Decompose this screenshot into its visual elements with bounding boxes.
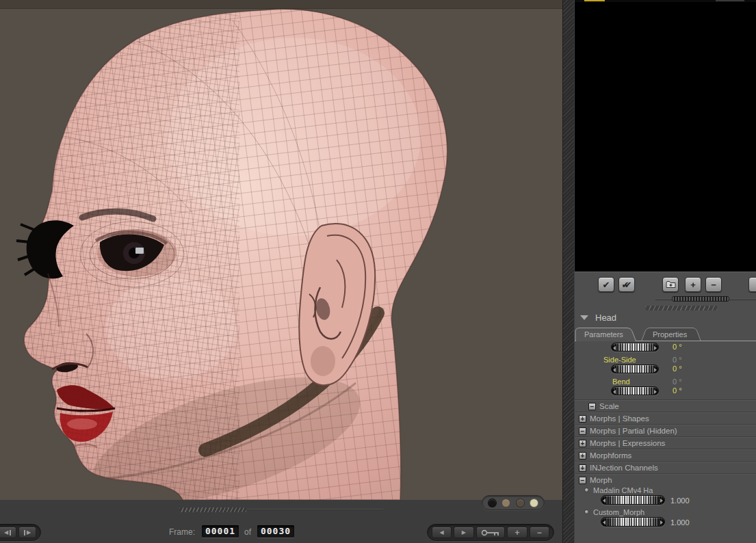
add-keyframe-button[interactable]: + — [507, 527, 527, 538]
collapse-box-icon[interactable]: − — [579, 477, 586, 484]
twist-dial-partial[interactable] — [611, 343, 659, 352]
preview-top-accent-2 — [716, 0, 744, 1]
head-model-wireframe — [0, 0, 562, 500]
side-side-rest-value: 0 ° — [673, 356, 682, 364]
actor-header: Head — [575, 309, 756, 326]
side-side-dial[interactable] — [611, 365, 659, 373]
morph-bullet-icon — [584, 488, 589, 492]
partial-dial-value[interactable]: 0 ° — [673, 343, 682, 351]
remove-item-button[interactable]: − — [705, 277, 722, 292]
group-label: Morphforms — [590, 451, 631, 460]
folder-plus-icon — [666, 280, 676, 289]
expand-box-icon[interactable]: + — [579, 464, 586, 472]
add-folder-button[interactable] — [662, 277, 679, 292]
expand-box-icon[interactable]: + — [579, 415, 586, 423]
group-row-injection-channels[interactable]: + INJection Channels — [575, 462, 756, 474]
parameters-list: 0 ° Side-Side 0 ° 0 ° Bend 0 ° 0 ° − Sca… — [575, 341, 756, 543]
bottom-divider-line — [246, 509, 383, 510]
group-label: Morphs | Expressions — [590, 439, 665, 447]
check-icon: ✔ — [603, 280, 610, 290]
side-side-label: Side-Side — [603, 356, 636, 364]
step-play-icon: ▶ — [27, 529, 31, 535]
keyframe-transport-group: ◀ ▶ + − — [427, 524, 554, 541]
apply-button[interactable]: ✔ — [598, 277, 614, 292]
bend-value[interactable]: 0 ° — [673, 386, 682, 395]
morph-custom-value[interactable]: 1.000 — [670, 518, 690, 527]
next-frame-button[interactable]: ▶ — [454, 527, 473, 538]
morph-custom-dial[interactable] — [601, 517, 665, 527]
step-bar-icon — [24, 530, 25, 535]
group-label: Morphs | Shapes — [590, 414, 649, 423]
bend-label: Bend — [612, 378, 630, 386]
background-color-swatch[interactable] — [488, 499, 497, 507]
expand-box-icon[interactable]: + — [579, 452, 586, 460]
expand-box-icon[interactable]: + — [579, 440, 586, 447]
plus-icon: + — [690, 280, 696, 290]
tab-parameters-label[interactable]: Parameters — [584, 330, 623, 339]
total-frames-field[interactable]: 00030 — [257, 525, 294, 538]
delete-keyframe-icon: − — [537, 529, 542, 536]
current-frame-field[interactable]: 00001 — [202, 525, 239, 538]
group-label: Scale — [599, 402, 619, 410]
group-row-morphs-shapes[interactable]: + Morphs | Shapes — [575, 412, 756, 425]
edit-keyframes-button[interactable] — [476, 527, 506, 538]
group-row-scale[interactable]: − Scale — [575, 400, 756, 412]
shadow-color-swatch[interactable] — [516, 499, 525, 507]
frame-label: Frame: — [169, 527, 195, 537]
group-row-morphs-expressions[interactable]: + Morphs | Expressions — [575, 437, 756, 449]
side-side-value[interactable]: 0 ° — [673, 365, 682, 373]
morph-custom-label: Custom_Morph — [593, 508, 644, 516]
collapse-triangle-icon[interactable] — [580, 315, 588, 320]
group-label: Morph — [590, 476, 612, 484]
actor-name: Head — [595, 313, 616, 323]
collapse-box-icon[interactable]: − — [588, 403, 596, 410]
previous-frame-icon: ◀ — [440, 529, 444, 535]
viewport-top-strip — [0, 0, 562, 9]
bottom-drag-handle[interactable] — [179, 507, 246, 512]
group-row-morphforms[interactable]: + Morphforms — [575, 449, 756, 462]
partial-edge-button[interactable] — [748, 277, 756, 292]
tab-properties-label[interactable]: Properties — [653, 330, 688, 339]
foreground-color-swatch[interactable] — [501, 499, 510, 507]
apply-all-button[interactable]: ✔ ✔ — [618, 277, 635, 292]
morph-madalin-value[interactable]: 1.000 — [670, 496, 690, 505]
animation-palette-toggle-group: ◀ ▶ — [0, 524, 41, 541]
skip-to-start-button[interactable]: ◀ — [0, 527, 16, 538]
minus-icon: − — [711, 280, 716, 290]
library-preview-area[interactable] — [575, 0, 756, 272]
group-row-morphs-partial[interactable]: − Morphs | Partial (Hidden) — [575, 425, 756, 437]
step-forward-button[interactable]: ▶ — [18, 527, 36, 538]
collapse-box-icon[interactable]: − — [579, 427, 586, 435]
3d-viewport[interactable] — [0, 0, 562, 500]
double-check-icon-2: ✔ — [625, 280, 632, 290]
morph-madalin-label: Madalin CMv4 Ha — [593, 486, 653, 494]
add-item-button[interactable]: + — [685, 277, 701, 292]
preview-top-sliver — [575, 0, 756, 2]
skip-start-icon: ◀ — [4, 529, 8, 535]
bend-rest-value: 0 ° — [673, 378, 682, 386]
group-label: INJection Channels — [590, 464, 658, 472]
add-keyframe-icon: + — [515, 529, 520, 536]
morph-bullet-icon — [584, 509, 589, 514]
palette-tabs: Parameters Properties — [575, 326, 756, 341]
key-icon — [481, 529, 500, 536]
library-button-row: ✔ ✔ ✔ + − — [575, 272, 756, 297]
preview-top-accent — [584, 0, 605, 1]
parameters-palette: ✔ ✔ ✔ + − — [575, 0, 756, 543]
delete-keyframe-button[interactable]: − — [530, 527, 549, 538]
previous-frame-button[interactable]: ◀ — [432, 527, 452, 538]
viewport-color-swatches — [482, 495, 545, 510]
morph-madalin-dial[interactable] — [601, 495, 665, 505]
panel-sash-drum[interactable] — [672, 296, 729, 302]
panel-splitter-handle[interactable] — [562, 0, 575, 543]
group-row-morph[interactable]: − Morph — [575, 474, 756, 486]
bend-dial[interactable] — [611, 386, 659, 395]
ground-color-swatch[interactable] — [530, 499, 538, 507]
group-label: Morphs | Partial (Hidden) — [590, 427, 677, 435]
of-label: of — [244, 527, 251, 537]
poser-application-window: ◀ ▶ Frame: 00001 of 00030 ◀ ▶ + − — [0, 0, 756, 543]
next-frame-icon: ▶ — [462, 529, 466, 535]
skip-start-bar-icon — [10, 530, 11, 535]
